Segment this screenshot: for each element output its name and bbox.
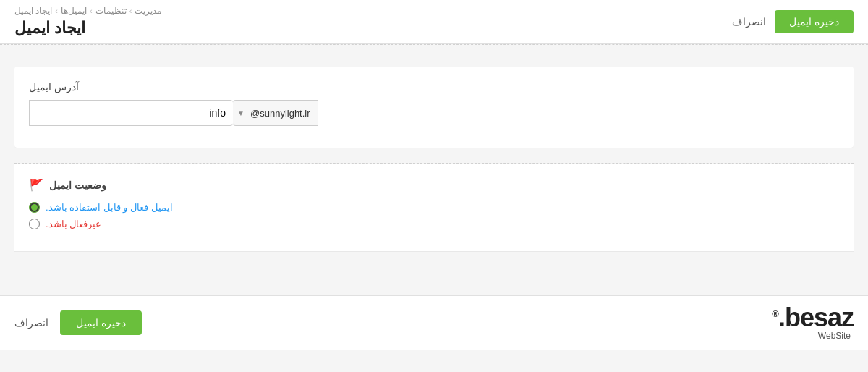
status-title-row: وضعیت ایمیل 🚩: [29, 178, 106, 192]
radio-group: ایمیل فعال و قابل استفاده باشد. غیرفعال …: [29, 202, 173, 229]
email-address-section: آدرس ایمیل @sunnylight.ir ▼: [14, 67, 854, 148]
breadcrumb-item-admin: مدیریت: [135, 6, 161, 16]
domain-wrapper: @sunnylight.ir ▼: [233, 100, 318, 126]
radio-inactive[interactable]: [29, 219, 40, 229]
page-title: ایجاد ایمیل: [14, 19, 85, 38]
radio-active[interactable]: [29, 202, 40, 213]
breadcrumb: ایجاد ایمیل › ایمیل‌ها › تنظیمات › مدیری…: [14, 6, 161, 16]
toolbar-right: ایجاد ایمیل › ایمیل‌ها › تنظیمات › مدیری…: [14, 6, 161, 38]
logo-text: besaz.®: [772, 303, 854, 332]
breadcrumb-sep-1: ›: [129, 7, 132, 15]
email-address-inner: آدرس ایمیل @sunnylight.ir ▼: [29, 81, 839, 126]
logo-area: besaz.® WebSite: [772, 305, 854, 341]
radio-item-active[interactable]: ایمیل فعال و قابل استفاده باشد.: [29, 202, 173, 213]
toolbar-left: ذخیره ایمیل انصراف: [732, 10, 854, 33]
status-inner: وضعیت ایمیل 🚩 ایمیل فعال و قابل استفاده …: [29, 178, 839, 229]
status-title: وضعیت ایمیل: [49, 179, 106, 191]
logo-registered: ®: [772, 308, 778, 319]
breadcrumb-item-emails: ایمیل‌ها: [61, 6, 87, 16]
top-toolbar: ذخیره ایمیل انصراف ایجاد ایمیل › ایمیل‌ه…: [0, 0, 868, 44]
logo-subtitle: WebSite: [818, 331, 851, 341]
main-content: آدرس ایمیل @sunnylight.ir ▼ وضعیت ایمیل: [0, 45, 868, 266]
breadcrumb-item-settings: تنظیمات: [95, 6, 127, 16]
logo-main-text: besaz: [785, 303, 854, 332]
email-local-input[interactable]: [29, 100, 233, 126]
email-field-label: آدرس ایمیل: [29, 81, 79, 93]
breadcrumb-sep-3: ›: [55, 7, 58, 15]
radio-label-inactive: غیرفعال باشد.: [46, 219, 101, 229]
bottom-bar: besaz.® WebSite ذخیره ایمیل انصراف: [0, 295, 868, 350]
status-section: وضعیت ایمیل 🚩 ایمیل فعال و قابل استفاده …: [14, 164, 854, 252]
logo: besaz.®: [772, 305, 854, 331]
bottom-right: ذخیره ایمیل انصراف: [14, 310, 142, 335]
breadcrumb-item-create: ایجاد ایمیل: [14, 6, 52, 16]
radio-label-active: ایمیل فعال و قابل استفاده باشد.: [46, 202, 173, 213]
email-domain-select[interactable]: @sunnylight.ir: [233, 100, 318, 126]
email-input-row: @sunnylight.ir ▼: [29, 100, 318, 126]
cancel-button-bottom[interactable]: انصراف: [14, 317, 48, 329]
save-button-bottom[interactable]: ذخیره ایمیل: [60, 310, 142, 335]
radio-item-inactive[interactable]: غیرفعال باشد.: [29, 219, 101, 229]
logo-dot: .: [778, 303, 785, 332]
flag-icon: 🚩: [29, 178, 43, 192]
breadcrumb-sep-2: ›: [90, 7, 93, 15]
save-button-top[interactable]: ذخیره ایمیل: [775, 10, 854, 33]
cancel-button-top[interactable]: انصراف: [732, 16, 766, 28]
